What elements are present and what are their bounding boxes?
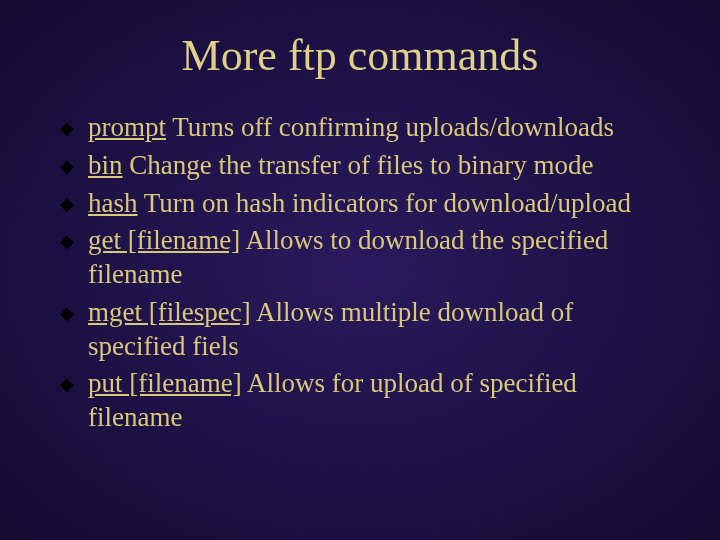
list-item: ◆ hash Turn on hash indicators for downl… bbox=[60, 187, 670, 221]
command-name: mget [filespec] bbox=[88, 297, 251, 327]
bullet-icon: ◆ bbox=[60, 193, 74, 216]
bullet-icon: ◆ bbox=[60, 373, 74, 396]
command-name: get [filename] bbox=[88, 225, 240, 255]
command-name: bin bbox=[88, 150, 123, 180]
slide-title: More ftp commands bbox=[50, 30, 670, 81]
command-name: prompt bbox=[88, 112, 166, 142]
list-item: ◆ get [filename] Allows to download the … bbox=[60, 224, 670, 292]
command-name: put [filename] bbox=[88, 368, 242, 398]
command-desc: Turns off confirming uploads/downloads bbox=[166, 112, 614, 142]
list-item: ◆ put [filename] Allows for upload of sp… bbox=[60, 367, 670, 435]
command-desc: Turn on hash indicators for download/upl… bbox=[138, 188, 631, 218]
bullet-icon: ◆ bbox=[60, 230, 74, 253]
list-item: ◆ bin Change the transfer of files to bi… bbox=[60, 149, 670, 183]
list-item: ◆ mget [filespec] Allows multiple downlo… bbox=[60, 296, 670, 364]
list-item: ◆ prompt Turns off confirming uploads/do… bbox=[60, 111, 670, 145]
slide: More ftp commands ◆ prompt Turns off con… bbox=[0, 0, 720, 540]
bullet-icon: ◆ bbox=[60, 302, 74, 325]
command-name: hash bbox=[88, 188, 138, 218]
bullet-icon: ◆ bbox=[60, 155, 74, 178]
command-desc: Change the transfer of files to binary m… bbox=[123, 150, 594, 180]
bullet-icon: ◆ bbox=[60, 117, 74, 140]
bullet-list: ◆ prompt Turns off confirming uploads/do… bbox=[60, 111, 670, 435]
